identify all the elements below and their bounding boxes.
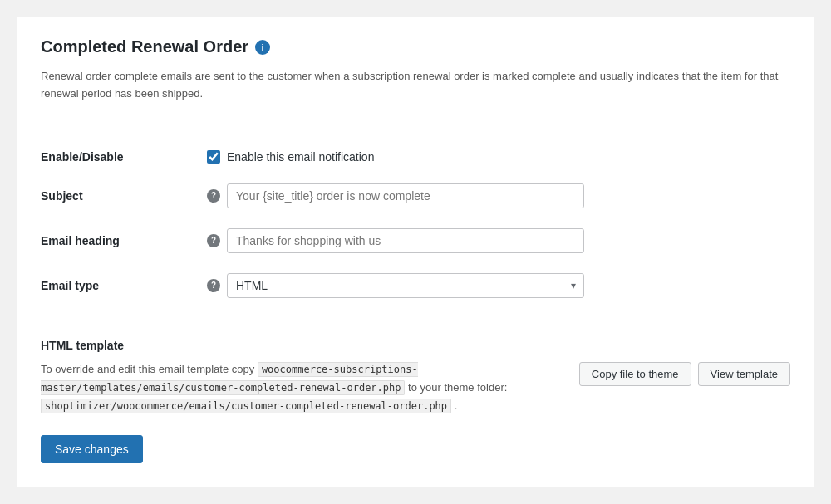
save-changes-button[interactable]: Save changes [41,435,143,463]
template-desc-middle: to your theme folder: [408,381,507,394]
enable-row: Enable/Disable Enable this email notific… [41,140,790,174]
subject-input[interactable] [227,183,584,208]
settings-form: Enable/Disable Enable this email notific… [41,140,790,308]
email-heading-input[interactable] [227,228,584,253]
template-theme-path: shoptimizer/woocommerce/emails/customer-… [41,399,451,413]
email-heading-help-icon[interactable]: ? [207,234,220,247]
email-type-field-row: ? HTML Plain text Multipart ▾ [207,273,790,298]
template-desc-suffix: . [455,399,458,412]
subject-field-row: ? [207,183,790,208]
enable-checkbox-label: Enable this email notification [227,150,374,164]
settings-panel: Completed Renewal Order i Renewal order … [17,17,814,487]
html-template-section: HTML template To override and edit this … [41,339,790,415]
email-type-help-icon[interactable]: ? [207,279,220,292]
template-desc-prefix: To override and edit this email template… [41,363,254,375]
html-template-title: HTML template [41,339,790,352]
template-content-row: To override and edit this email template… [41,360,790,415]
email-type-label: Email type [41,263,207,308]
page-description: Renewal order complete emails are sent t… [41,68,790,120]
email-heading-row: Email heading ? [41,218,790,263]
template-description: To override and edit this email template… [41,360,563,415]
view-template-button[interactable]: View template [698,362,790,386]
page-title: Completed Renewal Order [41,37,248,56]
enable-checkbox-row: Enable this email notification [207,150,790,164]
enable-checkbox[interactable] [207,150,220,164]
title-row: Completed Renewal Order i [41,37,790,56]
copy-file-button[interactable]: Copy file to theme [579,362,691,386]
email-heading-field-row: ? [207,228,790,253]
subject-row: Subject ? [41,174,790,218]
email-heading-label: Email heading [41,218,207,263]
section-divider [41,325,790,325]
email-type-row: Email type ? HTML Plain text Multipart ▾ [41,263,790,308]
subject-help-icon[interactable]: ? [207,189,220,203]
info-icon[interactable]: i [255,40,270,55]
subject-label: Subject [41,174,207,218]
email-type-select-wrapper: HTML Plain text Multipart ▾ [227,273,584,298]
template-buttons: Copy file to theme View template [579,360,790,386]
email-type-select[interactable]: HTML Plain text Multipart [227,273,584,298]
enable-label: Enable/Disable [41,140,207,174]
